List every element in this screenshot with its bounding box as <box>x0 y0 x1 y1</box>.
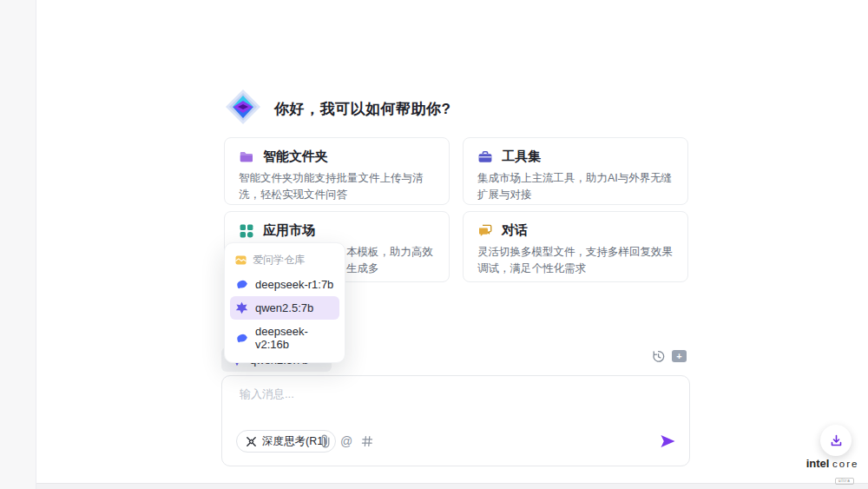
qwen-icon <box>235 301 248 314</box>
send-button[interactable] <box>658 432 677 451</box>
model-dropdown-header-label: 爱问学仓库 <box>253 253 305 268</box>
card-toolset[interactable]: 工具集 集成市场上主流工具，助力AI与外界无缝扩展与对接 <box>463 137 688 205</box>
download-button[interactable] <box>820 425 852 456</box>
card-title: 智能文件夹 <box>263 149 328 165</box>
mention-button[interactable]: @ <box>339 433 354 449</box>
sidebar <box>0 0 36 489</box>
intel-wordmark: intel <box>806 457 830 470</box>
app-window: 你好，我可以如何帮助你? 智能文件夹 智能文件夹功能支持批量文件上传与清洗，轻松… <box>0 0 868 489</box>
new-chat-button[interactable]: + <box>672 350 687 362</box>
dropdown-item-deepseek-v2[interactable]: deepseek-v2:16b <box>230 320 339 356</box>
download-icon <box>829 433 844 448</box>
card-title: 对话 <box>502 222 528 239</box>
toolset-icon <box>477 149 493 165</box>
intel-badge: ultra <box>835 478 854 485</box>
send-icon <box>660 433 676 449</box>
hash-grid-icon <box>361 435 373 447</box>
bottom-edge-strip <box>0 483 868 489</box>
card-dialog[interactable]: 对话 灵活切换多模型文件，支持多样回复效果调试，满足个性化需求 <box>463 211 688 282</box>
dropdown-item-qwen[interactable]: qwen2.5:7b <box>230 296 339 320</box>
topic-button[interactable] <box>359 433 375 449</box>
model-dropdown: 爱问学仓库 deepseek-r1:7b qwen2.5:7b <box>224 242 345 363</box>
card-smart-folder[interactable]: 智能文件夹 智能文件夹功能支持批量文件上传与清洗，轻松实现文件问答 <box>224 137 450 205</box>
card-desc: 灵活切换多模型文件，支持多样回复效果调试，满足个性化需求 <box>477 244 674 278</box>
card-title: 应用市场 <box>263 222 315 239</box>
app-market-icon <box>239 223 254 239</box>
smart-folder-icon <box>239 149 254 165</box>
message-composer: 深度思考(R1) @ <box>221 375 690 466</box>
repo-icon <box>235 255 247 265</box>
plus-icon: + <box>676 352 681 361</box>
paperclip-icon <box>319 434 332 448</box>
dialog-icon <box>477 223 493 239</box>
attach-file-button[interactable] <box>318 433 333 449</box>
dropdown-item-deepseek-r1[interactable]: deepseek-r1:7b <box>230 273 339 296</box>
dropdown-item-label: deepseek-r1:7b <box>255 278 333 291</box>
greeting-logo-icon <box>224 88 262 126</box>
deep-think-icon <box>246 436 257 447</box>
at-icon: @ <box>340 434 352 448</box>
history-icon <box>651 349 666 364</box>
history-button[interactable] <box>650 348 666 364</box>
card-title: 工具集 <box>502 149 541 165</box>
message-input[interactable] <box>240 387 656 400</box>
core-wordmark: core <box>832 459 858 469</box>
intel-core-logo: intel core ultra <box>806 458 859 486</box>
greeting-title: 你好，我可以如何帮助你? <box>274 99 450 119</box>
model-dropdown-header: 爱问学仓库 <box>230 249 339 273</box>
card-desc: 智能文件夹功能支持批量文件上传与清洗，轻松实现文件问答 <box>239 170 435 204</box>
deepseek-icon <box>235 332 248 345</box>
deepseek-icon <box>235 278 248 291</box>
dropdown-item-label: qwen2.5:7b <box>255 301 313 314</box>
card-desc: 集成市场上主流工具，助力AI与外界无缝扩展与对接 <box>477 170 674 204</box>
dropdown-item-label: deepseek-v2:16b <box>255 325 334 351</box>
